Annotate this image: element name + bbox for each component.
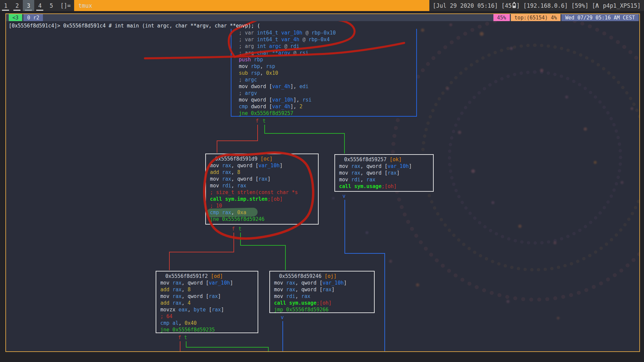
asm-line: mov dword [var_4h], edi — [231, 83, 416, 90]
asm-line: mov rdi, rax — [206, 182, 318, 189]
asm-line: mov rdi, rax — [335, 176, 433, 183]
asm-line: jne 0x5556f8d59235 — [156, 326, 258, 333]
asm-line: 0x5556f8d591f2 [od] — [156, 273, 258, 280]
tmux-status-bar: <3 0 r2 45% top:(65154) 4% Wed 07/29 05:… — [6, 14, 639, 21]
asm-line: 0x5556f8d591d9 [oc] — [206, 156, 318, 162]
tmux-window-badge[interactable]: 0 r2 — [23, 14, 43, 21]
tag-2[interactable]: 2 — [11, 0, 23, 11]
graph-block-oc[interactable]: 0x5556f8d591d9 [oc]mov rax, qword [var_1… — [205, 154, 319, 225]
tag-list: 12345 — [0, 0, 57, 11]
tag-3[interactable]: 3 — [23, 0, 34, 11]
r2-prompt-line[interactable]: [0x5556f8d591c4]> 0x5556f8d591c4 # int m… — [9, 23, 260, 29]
asm-line: push rbp — [231, 56, 416, 63]
asm-line: ; 64 — [156, 313, 258, 320]
asm-line: mov rax, qword [rax] — [206, 176, 318, 182]
asm-line: mov rax, qword [var_10h] — [206, 162, 318, 169]
asm-line: mov rax, qword [var_10h] — [270, 280, 374, 286]
graph-block-od[interactable]: 0x5556f8d591f2 [od]mov rax, qword [var_1… — [156, 271, 258, 333]
branch-label-true: t — [263, 118, 266, 124]
layout-symbol[interactable]: []= — [57, 0, 74, 11]
asm-line: add rax, 8 — [156, 286, 258, 293]
asm-line: mov rax, qword [var_10h] — [335, 163, 433, 170]
graph-block-oj[interactable]: 0x5556f8d59246 [oj]mov rax, qword [var_1… — [269, 271, 375, 313]
arrow-label-down: v — [342, 193, 345, 199]
asm-line: ; var int64_t var_10h @ rbp-0x10 — [231, 29, 416, 36]
battery-icon — [513, 3, 516, 8]
asm-line: mov rax, qword [rax] — [156, 293, 258, 300]
asm-line: mov rax, qword [var_10h] — [156, 280, 258, 286]
asm-line: ; argv — [231, 90, 416, 97]
tag-5[interactable]: 5 — [46, 0, 57, 11]
tag-4[interactable]: 4 — [34, 0, 46, 11]
asm-line: mov qword [var_10h], rsi — [231, 97, 416, 103]
asm-line: ; argc — [231, 76, 416, 83]
top-process-badge: top:(65154) 4% — [511, 14, 560, 21]
graph-block-entry[interactable]: ; var int64_t var_10h @ rbp-0x10; var in… — [231, 29, 417, 117]
arch-icon: Λ — [595, 2, 599, 9]
asm-line: sub rsp, 0x10 — [231, 70, 416, 76]
window-title-text: tmux — [78, 2, 92, 9]
desktop: 12345 []= tmux [Jul 29 2020 05:16] [45] … — [0, 0, 644, 362]
asm-line: 0x5556f8d59246 [oj] — [270, 273, 374, 280]
asm-line: mov rdi, rax — [270, 293, 374, 300]
asm-line: cmp dword [var_4h], 2 — [231, 103, 416, 110]
status-text: [Jul 29 2020 05:16] [45] [192.168.0.6] [… — [429, 0, 644, 11]
focused-window-title: tmux — [74, 0, 429, 11]
asm-line: add rax, 4 — [156, 300, 258, 306]
asm-line: movzx eax, byte [rax] — [156, 306, 258, 313]
asm-line: 0x5556f8d59257 [ok] — [335, 156, 433, 163]
dwm-status-bar: 12345 []= tmux [Jul 29 2020 05:16] [45] … — [0, 0, 644, 11]
arrow-label-down: v — [281, 314, 284, 320]
branch-label-false: f — [232, 226, 235, 232]
graph-block-ok[interactable]: 0x5556f8d59257 [ok]mov rax, qword [var_1… — [334, 154, 434, 192]
asm-line: cmp rax, 0xa — [206, 209, 318, 216]
branch-label-false: f — [256, 118, 259, 124]
tag-1[interactable]: 1 — [0, 0, 11, 11]
asm-line: ; var int64_t var_4h @ rbp-0x4 — [231, 36, 416, 43]
branch-label-false: f — [178, 335, 181, 341]
asm-line: ; arg char **argv @ rsi — [231, 50, 416, 56]
asm-line: mov rbp, rsp — [231, 63, 416, 70]
asm-line: jne 0x5556f8d59257 — [231, 110, 416, 117]
branch-label-true: t — [238, 226, 241, 232]
asm-line: cmp al, 0x40 — [156, 320, 258, 326]
asm-line: call sym.usage;[oh] — [270, 300, 374, 306]
asm-line: call sym.usage;[oh] — [335, 183, 433, 190]
asm-line: call sym.imp.strlen;[ob] — [206, 196, 318, 202]
asm-line: mov rax, qword [rax] — [335, 170, 433, 176]
asm-line: ; arg int argc @ rdi — [231, 43, 416, 50]
clock-badge: Wed 07/29 05:16 AM CEST — [561, 14, 639, 21]
asm-line: ; size_t strlen(const char *s — [206, 189, 318, 196]
asm-line: mov rax, qword [rax] — [270, 286, 374, 293]
branch-label-true: t — [184, 335, 187, 341]
asm-line: jmp 0x5556f8d59266 — [270, 306, 374, 313]
tmux-session-badge: <3 — [9, 14, 22, 21]
cpu-usage-badge: 45% — [493, 14, 510, 21]
asm-line: add rax, 8 — [206, 169, 318, 176]
